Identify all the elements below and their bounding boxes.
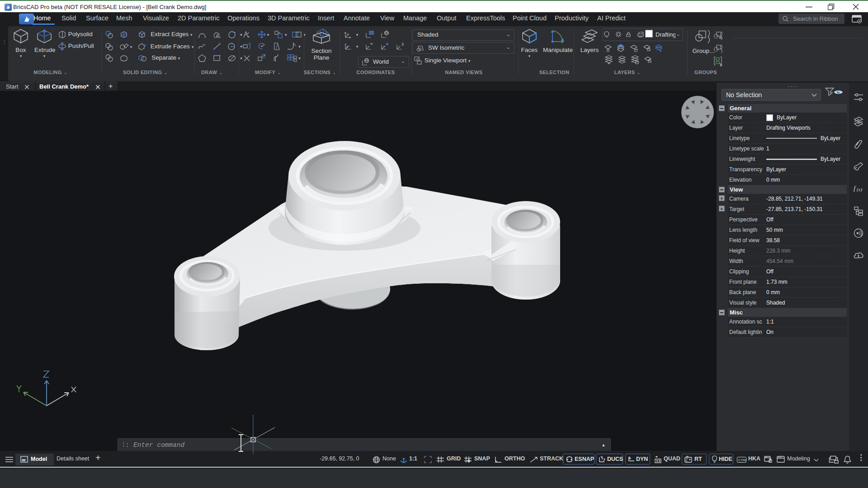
svg-text:CTRL: CTRL	[738, 458, 746, 462]
svg-text:3: 3	[401, 42, 404, 47]
svg-text:(x): (x)	[857, 187, 863, 192]
svg-text:x: x	[346, 45, 348, 48]
svg-text:f: f	[854, 185, 856, 192]
